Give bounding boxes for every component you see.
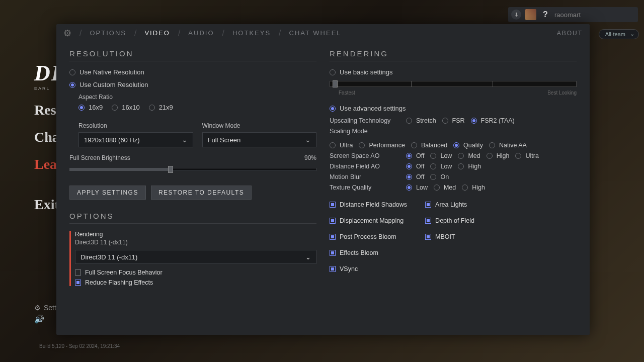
tab-about[interactable]: ABOUT bbox=[557, 30, 583, 37]
settings-menu-item[interactable]: ⚙Sett bbox=[34, 304, 56, 312]
radio-custom[interactable]: Use Custom Resolution bbox=[69, 81, 316, 88]
window-mode-dropdown[interactable]: Full Screen⌄ bbox=[202, 132, 317, 147]
radio-mblur-0[interactable]: Off bbox=[406, 173, 424, 180]
radio-scaling-0[interactable]: Ultra bbox=[330, 142, 353, 149]
aspect-16x10[interactable]: 16x10 bbox=[112, 104, 139, 111]
radio-dfao-2[interactable]: High bbox=[458, 163, 481, 170]
user-bar: ⬇ ? raoomart bbox=[508, 7, 638, 22]
radio-native[interactable]: Use Native Resolution bbox=[69, 68, 316, 76]
gear-icon[interactable]: ⚙ bbox=[63, 28, 71, 39]
checkbox-post-process-bloom[interactable]: Post Process Bloom bbox=[330, 233, 407, 240]
tab-bar: ⚙ /OPTIONS /VIDEO /AUDIO /HOTKEYS /CHAT … bbox=[56, 24, 590, 42]
radio-dfao-1[interactable]: Low bbox=[430, 163, 452, 170]
radio-upscaling-0[interactable]: Stretch bbox=[406, 117, 436, 124]
radio-upscaling-1[interactable]: FSR bbox=[442, 117, 465, 124]
radio-mblur-1[interactable]: On bbox=[430, 173, 449, 180]
setting-tex: Texture QualityLowMedHigh bbox=[330, 184, 577, 191]
avatar[interactable] bbox=[525, 9, 536, 20]
radio-ssao-2[interactable]: Med bbox=[458, 152, 480, 159]
radio-scaling-2[interactable]: Balanced bbox=[411, 142, 447, 149]
radio-ssao-3[interactable]: High bbox=[487, 152, 510, 159]
quality-slider[interactable] bbox=[330, 81, 577, 88]
restore-button[interactable]: RESTORE TO DEFAULTS bbox=[151, 186, 252, 200]
radio-advanced[interactable]: Use advanced settings bbox=[330, 105, 577, 112]
username: raoomart bbox=[554, 11, 635, 19]
setting-upscaling: Upscaling TechnologyStretchFSRFSR2 (TAA) bbox=[330, 117, 577, 124]
radio-tex-1[interactable]: Med bbox=[434, 184, 456, 191]
checkbox-mboit[interactable]: MBOIT bbox=[425, 233, 474, 240]
tab-video[interactable]: VIDEO bbox=[144, 29, 170, 37]
rendering-api-dropdown[interactable]: Direct3D 11 (-dx11)⌄ bbox=[75, 250, 316, 264]
brightness-slider[interactable] bbox=[69, 165, 316, 172]
team-selector[interactable]: All-team bbox=[599, 29, 639, 39]
radio-scaling-3[interactable]: Quality bbox=[453, 142, 483, 149]
checkbox-area-lights[interactable]: Area Lights bbox=[425, 201, 474, 208]
radio-scaling-1[interactable]: Performance bbox=[359, 142, 405, 149]
chevron-down-icon: ⌄ bbox=[305, 253, 311, 261]
section-options: OPTIONS bbox=[69, 212, 316, 220]
checkbox-displacement-mapping[interactable]: Displacement Mapping bbox=[330, 217, 407, 224]
section-rendering: RENDERING bbox=[330, 49, 577, 58]
checkbox-vsync[interactable]: VSync bbox=[330, 265, 407, 273]
checkbox-depth-of-field[interactable]: Depth of Field bbox=[425, 217, 474, 224]
radio-basic[interactable]: Use basic settings bbox=[330, 68, 577, 76]
speaker-icon[interactable]: 🔊 bbox=[34, 314, 44, 324]
aspect-21x9[interactable]: 21x9 bbox=[149, 104, 173, 111]
tab-audio[interactable]: AUDIO bbox=[188, 29, 214, 37]
checkbox-distance-field-shadows[interactable]: Distance Field Shadows bbox=[330, 201, 407, 208]
build-info: Build 5,120 - Sep 02 2024, 19:21:34 bbox=[39, 343, 120, 349]
radio-dfao-0[interactable]: Off bbox=[406, 163, 424, 170]
chevron-down-icon: ⌄ bbox=[182, 136, 188, 144]
brightness-value: 90% bbox=[304, 154, 316, 161]
gear-icon: ⚙ bbox=[34, 304, 41, 312]
tab-hotkeys[interactable]: HOTKEYS bbox=[232, 29, 271, 37]
checkbox-reduce-flashing[interactable]: Reduce Flashing Effects bbox=[75, 279, 316, 286]
resolution-column: RESOLUTION Use Native Resolution Use Cus… bbox=[69, 49, 316, 289]
setting-mblur: Motion BlurOffOn bbox=[330, 173, 577, 180]
radio-scaling-4[interactable]: Native AA bbox=[489, 142, 527, 149]
settings-panel: ⚙ /OPTIONS /VIDEO /AUDIO /HOTKEYS /CHAT … bbox=[56, 24, 590, 335]
apply-button[interactable]: APPLY SETTINGS bbox=[69, 186, 146, 200]
rendering-column: RENDERING Use basic settings FastestBest… bbox=[330, 49, 577, 289]
checkbox-focus-behavior[interactable]: Full Screen Focus Behavior bbox=[75, 269, 316, 276]
checkbox-effects-bloom[interactable]: Effects Bloom bbox=[330, 249, 407, 256]
setting-scaling: Scaling ModeUltraPerformanceBalancedQual… bbox=[330, 128, 577, 149]
download-icon[interactable]: ⬇ bbox=[511, 10, 521, 20]
chevron-down-icon: ⌄ bbox=[305, 136, 311, 144]
radio-upscaling-2[interactable]: FSR2 (TAA) bbox=[471, 117, 515, 124]
radio-tex-0[interactable]: Low bbox=[406, 184, 428, 191]
radio-ssao-1[interactable]: Low bbox=[430, 152, 452, 159]
help-icon[interactable]: ? bbox=[540, 10, 550, 20]
radio-tex-2[interactable]: High bbox=[462, 184, 485, 191]
resolution-dropdown[interactable]: 1920x1080 (60 Hz)⌄ bbox=[78, 132, 193, 147]
tab-chatwheel[interactable]: CHAT WHEEL bbox=[289, 29, 342, 37]
radio-ssao-0[interactable]: Off bbox=[406, 152, 424, 159]
tab-options[interactable]: OPTIONS bbox=[90, 29, 126, 37]
setting-dfao: Distance Field AOOffLowHigh bbox=[330, 163, 577, 170]
radio-ssao-4[interactable]: Ultra bbox=[515, 152, 538, 159]
setting-ssao: Screen Space AOOffLowMedHighUltra bbox=[330, 152, 577, 159]
section-resolution: RESOLUTION bbox=[69, 49, 316, 58]
aspect-16x9[interactable]: 16x9 bbox=[78, 104, 103, 111]
